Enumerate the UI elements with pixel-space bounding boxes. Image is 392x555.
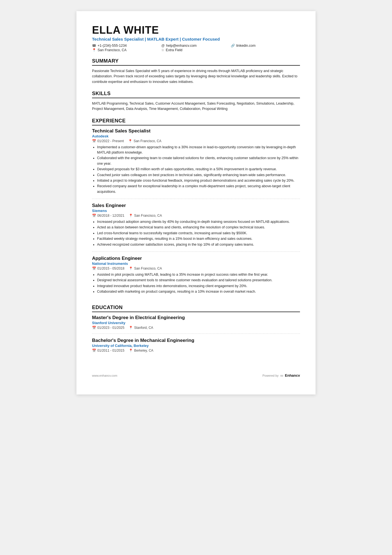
bullet-2-5: Achieved recognized customer satisfactio…: [97, 242, 300, 247]
calendar-icon-1: 📅: [92, 139, 96, 143]
edu-school-2: University of California, Berkeley: [92, 344, 300, 348]
edu-date-1: 📅 01/2023 - 01/2025: [92, 326, 124, 330]
footer-brand: Enhancv: [285, 373, 300, 378]
edu-location-2: 📍 Berkeley, CA: [129, 349, 153, 352]
edu-school-1: Stanford University: [92, 321, 300, 325]
bullet-3-1: Assisted in pilot projects using MATLAB,…: [97, 272, 300, 277]
job-title-2: Sales Engineer: [92, 203, 300, 208]
summary-section: SUMMARY Passionate Technical Sales Speci…: [92, 58, 300, 85]
header: ELLA WHITE Technical Sales Specialist | …: [92, 24, 300, 52]
pin-icon-3: 📍: [129, 267, 133, 270]
education-title: EDUCATION: [92, 305, 300, 312]
bullet-3-3: Integrated innovative product features i…: [97, 283, 300, 289]
bullet-1-3: Developed proposals for $3 million worth…: [97, 167, 300, 172]
candidate-name: ELLA WHITE: [92, 24, 300, 36]
job-company-2: Siemens: [92, 209, 300, 213]
bullet-2-2: Acted as a liaison between technical tea…: [97, 225, 300, 230]
skills-title: SKILLS: [92, 91, 300, 98]
skills-text: MATLAB Programming, Technical Sales, Cus…: [92, 101, 300, 112]
experience-section: EXPERIENCE Technical Sales Specialist Au…: [92, 118, 300, 299]
job-date-3: 📅 01/2015 - 05/2018: [92, 267, 124, 270]
phone-value: +1-(234)-555-1234: [98, 44, 127, 48]
calendar-icon-3: 📅: [92, 267, 96, 270]
edu-degree-1: Master's Degree in Electrical Engineerin…: [92, 315, 300, 320]
contact-col-2: @ help@enhancv.com ☆ Extra Field: [161, 44, 230, 52]
bullet-3-4: Collaborated with marketing on product c…: [97, 289, 300, 294]
footer-powered: Powered by ∞ Enhancv: [262, 373, 300, 378]
contact-col-3: 🔗 linkedin.com: [231, 44, 300, 52]
edu-date-2: 📅 01/2011 - 01/2015: [92, 349, 124, 352]
phone-icon: ☎: [92, 44, 96, 48]
job-meta-3: 📅 01/2015 - 05/2018 📍 San Francisco, CA: [92, 267, 300, 270]
job-bullets-3: Assisted in pilot projects using MATLAB,…: [92, 272, 300, 295]
location-icon: 📍: [92, 48, 96, 52]
job-location-2: 📍 San Francisco, CA: [129, 214, 162, 218]
linkedin-contact: 🔗 linkedin.com: [231, 44, 300, 48]
pin-icon-1: 📍: [128, 139, 132, 143]
extra-contact: ☆ Extra Field: [161, 48, 230, 52]
job-date-2: 📅 06/2018 - 12/2021: [92, 214, 124, 218]
phone-contact: ☎ +1-(234)-555-1234: [92, 44, 161, 48]
email-contact: @ help@enhancv.com: [161, 44, 230, 48]
job-date-1: 📅 01/2022 - Present: [92, 139, 124, 143]
calendar-icon-edu-1: 📅: [92, 326, 96, 330]
job-meta-1: 📅 01/2022 - Present 📍 San Francisco, CA: [92, 139, 300, 143]
job-meta-2: 📅 06/2018 - 12/2021 📍 San Francisco, CA: [92, 214, 300, 218]
edu-degree-2: Bachelor's Degree in Mechanical Engineer…: [92, 338, 300, 343]
calendar-icon-2: 📅: [92, 214, 96, 218]
star-icon: ☆: [161, 48, 164, 52]
bullet-2-3: Led cross-functional teams to successful…: [97, 231, 300, 236]
edu-block-1: Master's Degree in Electrical Engineerin…: [92, 315, 300, 334]
bullet-1-5: Initiated a project to integrate cross-f…: [97, 178, 300, 183]
edu-location-1: 📍 Stanford, CA: [129, 326, 153, 330]
powered-by-label: Powered by: [262, 374, 279, 377]
edu-block-2: Bachelor's Degree in Mechanical Engineer…: [92, 338, 300, 356]
bullet-1-1: Implemented a customer-driven approach l…: [97, 145, 300, 156]
edu-meta-1: 📅 01/2023 - 01/2025 📍 Stanford, CA: [92, 326, 300, 330]
job-location-1: 📍 San Francisco, CA: [128, 139, 161, 143]
edu-meta-2: 📅 01/2011 - 01/2015 📍 Berkeley, CA: [92, 349, 300, 352]
job-title-1: Technical Sales Specialist: [92, 128, 300, 134]
calendar-icon-edu-2: 📅: [92, 349, 96, 352]
summary-title: SUMMARY: [92, 58, 300, 66]
footer-url: www.enhancv.com: [92, 374, 117, 377]
extra-value: Extra Field: [166, 48, 182, 52]
experience-title: EXPERIENCE: [92, 118, 300, 125]
email-value: help@enhancv.com: [166, 44, 197, 48]
job-company-3: National Instruments: [92, 262, 300, 266]
contact-row: ☎ +1-(234)-555-1234 📍 San Francisco, CA …: [92, 44, 300, 52]
bullet-1-2: Collaborated with the engineering team t…: [97, 156, 300, 166]
bullet-2-1: Increased product adoption among clients…: [97, 219, 300, 225]
job-block-2: Sales Engineer Siemens 📅 06/2018 - 12/20…: [92, 203, 300, 252]
location-contact: 📍 San Francisco, CA: [92, 48, 161, 52]
job-company-1: Autodesk: [92, 134, 300, 138]
bullet-1-6: Received company award for exceptional l…: [97, 184, 300, 194]
bullet-3-2: Designed technical assessment tools to s…: [97, 278, 300, 283]
contact-col-1: ☎ +1-(234)-555-1234 📍 San Francisco, CA: [92, 44, 161, 52]
job-bullets-2: Increased product adoption among clients…: [92, 219, 300, 247]
linkedin-icon: 🔗: [231, 44, 235, 48]
skills-section: SKILLS MATLAB Programming, Technical Sal…: [92, 91, 300, 112]
summary-text: Passionate Technical Sales Specialist wi…: [92, 68, 300, 85]
linkedin-value: linkedin.com: [236, 44, 255, 48]
enhancv-logo-icon: ∞: [280, 373, 283, 378]
job-bullets-1: Implemented a customer-driven approach l…: [92, 145, 300, 194]
resume-page: ELLA WHITE Technical Sales Specialist | …: [76, 11, 316, 394]
job-block-1: Technical Sales Specialist Autodesk 📅 01…: [92, 128, 300, 199]
pin-icon-edu-1: 📍: [129, 326, 133, 330]
education-section: EDUCATION Master's Degree in Electrical …: [92, 305, 300, 356]
footer: www.enhancv.com Powered by ∞ Enhancv: [92, 373, 300, 378]
pin-icon-edu-2: 📍: [129, 349, 133, 352]
location-value: San Francisco, CA: [98, 48, 126, 52]
bullet-1-4: Coached junior sales colleagues on best …: [97, 172, 300, 178]
pin-icon-2: 📍: [129, 214, 133, 218]
email-icon: @: [161, 44, 165, 48]
bullet-2-4: Facilitated weekly strategy meetings, re…: [97, 236, 300, 241]
job-block-3: Applications Engineer National Instrumen…: [92, 256, 300, 299]
job-title-3: Applications Engineer: [92, 256, 300, 261]
job-location-3: 📍 San Francisco, CA: [129, 267, 162, 270]
candidate-title: Technical Sales Specialist | MATLAB Expe…: [92, 37, 300, 41]
